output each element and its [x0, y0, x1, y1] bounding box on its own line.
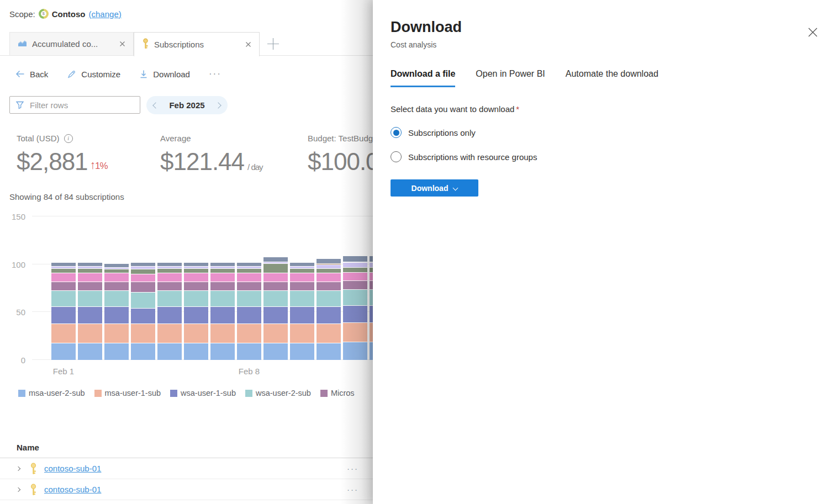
x-axis-tick-label: Feb 1 — [53, 367, 74, 376]
filter-rows-box[interactable] — [9, 96, 140, 114]
legend-item[interactable]: msa-user-2-sub — [18, 389, 85, 397]
radio-selected-icon[interactable] — [391, 127, 402, 138]
bar-segment — [343, 289, 367, 305]
info-icon[interactable]: i — [64, 134, 73, 143]
bar-segment — [184, 268, 208, 273]
bar-segment — [263, 306, 288, 323]
select-data-question: Select data you want to download* — [391, 104, 810, 114]
filter-rows-input[interactable] — [30, 100, 124, 110]
radio-subscriptions-only[interactable]: Subscriptions only — [391, 127, 810, 138]
tab-automate-the-download[interactable]: Automate the download — [566, 69, 658, 87]
bar-segment — [157, 262, 182, 266]
previous-month-icon[interactable] — [152, 102, 159, 108]
bar-segment — [104, 323, 129, 343]
key-icon — [30, 463, 37, 475]
tab-download-a-file[interactable]: Download a file — [391, 69, 455, 87]
kpi-budget: Budget: TestBudg $100.0 — [308, 134, 373, 176]
legend-item[interactable]: wsa-user-1-sub — [170, 389, 236, 397]
stacked-bar[interactable] — [210, 262, 235, 360]
legend-item[interactable]: Micros — [320, 389, 355, 397]
date-range-picker[interactable]: Feb 2025 — [146, 96, 228, 114]
tab-open-in-power-bi[interactable]: Open in Power BI — [476, 69, 545, 87]
bar-segment — [263, 273, 288, 282]
command-bar: Back Customize Download ··· — [15, 68, 221, 79]
radio-label: Subscriptions only — [408, 128, 476, 137]
bar-segment — [290, 282, 314, 290]
row-context-menu-button[interactable]: ··· — [347, 464, 358, 473]
legend-item[interactable]: wsa-user-2-sub — [245, 389, 311, 397]
bar-segment — [184, 262, 208, 266]
required-asterisk: * — [516, 104, 519, 114]
bar-segment — [157, 268, 182, 273]
bar-segment — [210, 273, 235, 282]
date-range-label: Feb 2025 — [162, 100, 211, 110]
bar-segment — [343, 256, 367, 261]
customize-button[interactable]: Customize — [67, 70, 120, 79]
legend-item[interactable]: msa-user-1-sub — [94, 389, 161, 397]
stacked-bar[interactable] — [237, 262, 261, 360]
bar-segment — [51, 268, 76, 273]
bar-segment — [210, 262, 235, 266]
average-value: $121.44 — [160, 148, 244, 176]
close-tab-icon[interactable] — [119, 41, 125, 47]
stacked-bar[interactable] — [317, 258, 341, 360]
download-command-button[interactable]: Download — [139, 70, 190, 79]
bar-segment — [317, 343, 341, 360]
stacked-bar[interactable] — [51, 262, 76, 360]
table-row[interactable]: contoso-sub-01 ··· — [0, 479, 373, 500]
bar-plot: 050100150Feb 1Feb 8 — [32, 216, 373, 360]
showing-count-text: Showing 84 of 84 subscriptions — [9, 192, 124, 201]
more-commands-button[interactable]: ··· — [209, 68, 221, 79]
tab-subscriptions[interactable]: Subscriptions — [134, 32, 260, 56]
average-suffix: / day — [247, 162, 263, 172]
stacked-bar[interactable] — [263, 257, 288, 360]
bar-segment — [51, 290, 76, 306]
add-tab-button[interactable] — [265, 36, 281, 51]
close-tab-icon[interactable] — [245, 41, 251, 47]
expand-row-icon[interactable] — [16, 487, 20, 491]
bar-segment — [184, 343, 208, 360]
stacked-bar[interactable] — [343, 256, 367, 360]
tab-accumulated-costs[interactable]: Accumulated co... — [9, 32, 134, 56]
table-row[interactable]: contoso-sub-01 ··· — [0, 458, 373, 479]
bar-segment — [51, 306, 76, 323]
radio-subscriptions-with-resource-groups[interactable]: Subscriptions with resource groups — [391, 151, 810, 162]
y-axis-tick-label: 100 — [0, 260, 25, 269]
bar-segment — [343, 280, 367, 289]
subscription-link[interactable]: contoso-sub-01 — [44, 485, 101, 494]
close-panel-button[interactable] — [806, 25, 819, 39]
bar-segment — [157, 306, 182, 323]
stacked-bar[interactable] — [184, 262, 208, 360]
stacked-bar[interactable] — [78, 262, 102, 360]
scope-change-link[interactable]: (change) — [89, 9, 122, 19]
expand-row-icon[interactable] — [16, 466, 20, 470]
download-panel: Download Cost analysis Download a file O… — [373, 0, 828, 504]
bar-segment — [263, 263, 288, 273]
bar-segment — [237, 306, 261, 323]
back-button[interactable]: Back — [15, 70, 48, 79]
delta-up-arrow-icon: ↑ — [90, 158, 96, 171]
bar-segment — [78, 262, 102, 266]
next-month-icon[interactable] — [215, 102, 221, 108]
stacked-bar[interactable] — [131, 262, 155, 360]
radio-unselected-icon[interactable] — [391, 151, 402, 162]
stacked-bar[interactable] — [157, 262, 182, 360]
gridline — [32, 216, 373, 216]
name-column-header[interactable]: Name — [0, 439, 373, 458]
bar-segment — [290, 273, 314, 282]
stacked-bar[interactable] — [104, 263, 129, 360]
bar-segment — [343, 342, 367, 360]
x-axis-tick-label: Feb 8 — [239, 367, 260, 376]
download-split-button[interactable]: Download — [391, 179, 478, 197]
stacked-bar[interactable] — [290, 262, 314, 360]
subscription-link[interactable]: contoso-sub-01 — [44, 464, 101, 473]
billing-account-icon — [39, 9, 49, 19]
bar-segment — [184, 282, 208, 290]
question-text: Select data you want to download — [391, 104, 514, 114]
bar-segment — [263, 282, 288, 290]
bar-segment — [343, 272, 367, 281]
bar-segment — [184, 323, 208, 343]
kpi-average: Average $121.44 / day — [160, 134, 263, 176]
bar-segment — [131, 308, 155, 323]
row-context-menu-button[interactable]: ··· — [347, 485, 358, 494]
